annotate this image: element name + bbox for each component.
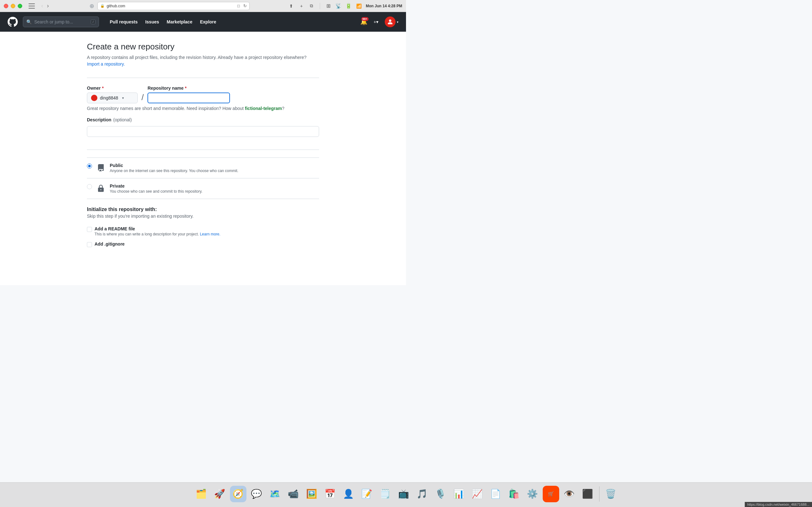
url-display: github.com xyxy=(107,4,125,8)
back-button[interactable]: ‹ xyxy=(40,2,44,10)
user-avatar xyxy=(385,16,396,27)
repo-name-input[interactable] xyxy=(148,93,230,103)
github-navbar: 🔍 Search or jump to... / Pull requests I… xyxy=(0,12,406,32)
public-text: Public Anyone on the internet can see th… xyxy=(110,163,238,173)
search-placeholder: Search or jump to... xyxy=(34,19,88,24)
owner-name: ding8848 xyxy=(100,95,118,101)
form-container: Create a new repository A repository con… xyxy=(79,42,327,250)
suggestion-text: Great repository names are short and mem… xyxy=(87,106,319,111)
clock: Mon Jun 14 4:28 PM xyxy=(366,4,402,8)
nav-marketplace[interactable]: Marketplace xyxy=(164,17,196,26)
page-subtitle: A repository contains all project files,… xyxy=(87,54,319,67)
owner-avatar xyxy=(91,95,97,101)
divider xyxy=(320,3,320,9)
owner-repo-row: Owner * ding8848 ▾ / Repository name * xyxy=(87,86,319,103)
gitignore-option[interactable]: Add .gitignore xyxy=(87,239,319,250)
titlebar: ‹ › ⊕ 🔒 github.com ⊡ ↻ ⬆ + ⧉ ⊞ 📡 🔋 📶 Mon… xyxy=(0,0,406,12)
search-icon: 🔍 xyxy=(26,19,32,24)
private-icon xyxy=(96,183,106,193)
description-group: Description (optional) xyxy=(87,117,319,145)
share-icon[interactable]: ⬆ xyxy=(288,3,294,9)
tabs-icon[interactable]: ⧉ xyxy=(308,3,315,9)
address-bar[interactable]: 🔒 github.com ⊡ ↻ xyxy=(97,2,250,10)
search-box[interactable]: 🔍 Search or jump to... / xyxy=(23,16,99,27)
reload-button[interactable]: ↻ xyxy=(243,3,247,8)
github-logo[interactable] xyxy=(8,17,18,27)
owner-label: Owner * xyxy=(87,86,138,91)
description-label: Description (optional) xyxy=(87,117,319,122)
fullscreen-button[interactable] xyxy=(18,4,22,8)
readme-learn-more[interactable]: Learn more. xyxy=(200,232,220,236)
readme-text: Add a README file This is where you can … xyxy=(95,226,220,236)
close-button[interactable] xyxy=(4,4,8,8)
private-option[interactable]: Private You choose who can see and commi… xyxy=(87,178,319,199)
visibility-divider xyxy=(87,150,319,150)
gitignore-text: Add .gitignore xyxy=(95,241,125,247)
traffic-lights xyxy=(4,4,22,8)
init-subtitle: Skip this step if you're importing an ex… xyxy=(87,214,319,219)
battery-icon: 🔋 xyxy=(345,3,352,9)
public-icon xyxy=(96,163,106,173)
notifications-container: 🔔 99+ xyxy=(360,18,367,25)
visibility-section: Public Anyone on the internet can see th… xyxy=(87,158,319,199)
privacy-icon[interactable]: ⊕ xyxy=(89,3,95,9)
user-menu[interactable]: ▾ xyxy=(385,16,398,27)
wifi-icon: 📶 xyxy=(356,3,362,9)
search-shortcut: / xyxy=(91,19,96,24)
optional-label: (optional) xyxy=(113,117,132,122)
readme-option[interactable]: Add a README file This is where you can … xyxy=(87,224,319,239)
page-title: Create a new repository xyxy=(87,42,319,52)
readme-checkbox[interactable] xyxy=(87,227,92,232)
repo-name-group: Repository name * xyxy=(148,86,230,103)
public-radio[interactable] xyxy=(87,164,92,169)
initialize-section: Initialize this repository with: Skip th… xyxy=(87,207,319,250)
nav-explore[interactable]: Explore xyxy=(197,17,219,26)
description-input[interactable] xyxy=(87,126,319,137)
create-new-button[interactable]: +▾ xyxy=(371,18,381,26)
address-bar-container: ⊕ 🔒 github.com ⊡ ↻ xyxy=(53,2,286,10)
github-nav-links: Pull requests Issues Marketplace Explore xyxy=(107,17,219,26)
repo-name-required: * xyxy=(185,86,187,91)
nav-arrows: ‹ › xyxy=(40,2,50,10)
repo-name-label: Repository name * xyxy=(148,86,230,91)
plus-label: +▾ xyxy=(374,19,378,24)
init-title: Initialize this repository with: xyxy=(87,207,319,212)
gitignore-checkbox[interactable] xyxy=(87,242,92,247)
nav-pull-requests[interactable]: Pull requests xyxy=(107,17,141,26)
avatar-dropdown-arrow: ▾ xyxy=(397,20,398,24)
private-radio[interactable] xyxy=(87,184,92,189)
owner-group: Owner * ding8848 ▾ xyxy=(87,86,138,103)
extensions-icon[interactable]: ⊞ xyxy=(325,3,332,9)
owner-select[interactable]: ding8848 ▾ xyxy=(87,93,138,103)
private-text: Private You choose who can see and commi… xyxy=(110,183,202,193)
forward-button[interactable]: › xyxy=(46,2,50,10)
reader-icon[interactable]: ⊡ xyxy=(237,4,240,8)
notification-badge: 99+ xyxy=(361,17,368,21)
slash-separator: / xyxy=(138,92,148,103)
public-option[interactable]: Public Anyone on the internet can see th… xyxy=(87,158,319,178)
airdrop-icon[interactable]: 📡 xyxy=(335,3,342,9)
titlebar-right: ⬆ + ⧉ ⊞ 📡 🔋 📶 Mon Jun 14 4:28 PM xyxy=(288,3,402,9)
lock-icon: 🔒 xyxy=(100,4,105,8)
suggestion-link[interactable]: fictional-telegram xyxy=(245,106,282,111)
chevron-down-icon: ▾ xyxy=(122,96,124,100)
sidebar-toggle-button[interactable] xyxy=(29,3,35,9)
minimize-button[interactable] xyxy=(11,4,15,8)
owner-required: * xyxy=(102,86,104,91)
github-nav-right: 🔔 99+ +▾ ▾ xyxy=(360,16,398,27)
import-link[interactable]: Import a repository. xyxy=(87,61,125,66)
new-tab-icon[interactable]: + xyxy=(298,3,305,9)
page-content: Create a new repository A repository con… xyxy=(0,32,406,285)
nav-issues[interactable]: Issues xyxy=(142,17,162,26)
